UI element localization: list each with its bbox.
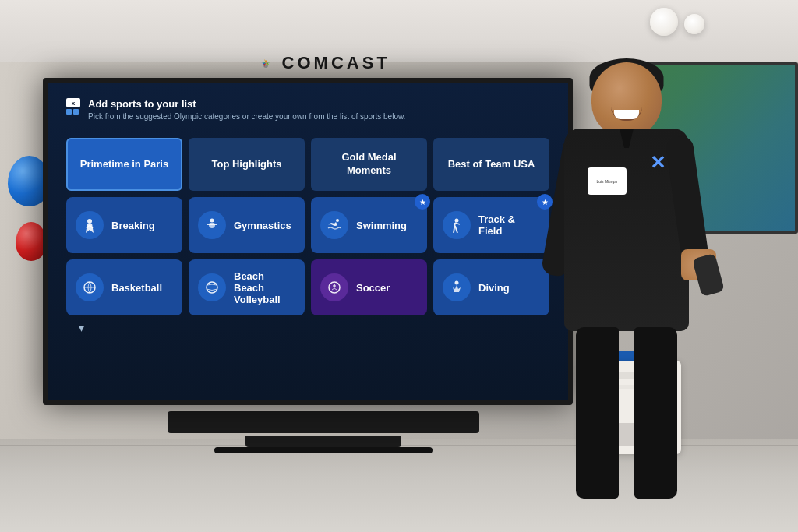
soccer-label: Soccer [356, 282, 390, 294]
light-ball-small [684, 14, 704, 34]
svg-point-2 [210, 219, 214, 223]
swimming-label: Swimming [356, 220, 407, 231]
category-tiles-row: Primetime in Paris Top Highlights Gold M… [66, 138, 549, 191]
tile-swimming[interactable]: Swimming ★ [311, 197, 427, 253]
sports-tiles-row2: Basketball Beach Beach Volleyball [66, 259, 549, 315]
volleyball-label: Beach Volleyball [234, 282, 295, 305]
tv-header-subtitle: Pick from the suggested Olympic categori… [88, 112, 549, 121]
svg-marker-8 [333, 284, 336, 288]
xfinity-dots [66, 109, 80, 115]
tile-gymnastics[interactable]: Gymnastics [189, 197, 305, 253]
swimming-star: ★ [415, 194, 430, 210]
tile-primetime-in-paris[interactable]: Primetime in Paris [66, 138, 182, 191]
soccer-icon [320, 273, 348, 301]
tile-top-highlights[interactable]: Top Highlights [189, 138, 305, 191]
volleyball-name-block: Beach Beach Volleyball [234, 270, 295, 305]
sports-tiles-row1: Breaking Gymnastics Swimming ★ [66, 197, 549, 253]
person-head [591, 62, 662, 136]
tv-inner: x Add sports to your list Pick from the … [48, 83, 568, 400]
soundbar [168, 411, 479, 433]
shirt-collar [615, 129, 638, 148]
tile-soccer[interactable]: Soccer [311, 259, 427, 315]
scene: COMCAST x Add sports to your list [0, 0, 798, 532]
tv-header-title: Add sports to your list [88, 98, 549, 110]
chevron-row: ▾ [66, 322, 549, 334]
tv-stand-base [214, 447, 433, 453]
tile-gold-medal-moments[interactable]: Gold Medal Moments [311, 138, 427, 191]
gymnastics-icon [198, 211, 226, 239]
svg-point-6 [207, 282, 217, 293]
remote[interactable] [692, 253, 725, 297]
svg-point-9 [455, 281, 459, 285]
light-fixture [650, 8, 704, 36]
diving-icon [443, 273, 471, 301]
header-text: Add sports to your list Pick from the su… [88, 98, 549, 121]
svg-point-1 [87, 219, 92, 224]
tile-basketball[interactable]: Basketball [66, 259, 182, 315]
chevron-down-icon[interactable]: ▾ [79, 322, 84, 334]
tile-breaking[interactable]: Breaking [66, 197, 182, 253]
name-badge: Luis Mitngar [588, 167, 627, 195]
tile-beach-volleyball[interactable]: Beach Beach Volleyball [189, 259, 305, 315]
volleyball-icon [198, 273, 226, 301]
nbc-peacock-icon [256, 58, 275, 73]
gymnastics-label: Gymnastics [234, 220, 291, 231]
svg-point-3 [336, 219, 339, 222]
light-ball-large [650, 8, 678, 36]
person: ✕ Luis Mitngar [502, 62, 751, 506]
person-leg-right [634, 327, 677, 499]
balloon-red [16, 222, 47, 261]
tv-stand-leg [245, 436, 401, 447]
basketball-label: Basketball [111, 282, 162, 294]
basketball-icon [76, 273, 104, 301]
swimming-icon [320, 211, 348, 239]
tv-screen: x Add sports to your list Pick from the … [43, 78, 573, 405]
breaking-label: Breaking [111, 220, 155, 231]
person-leg-left [576, 327, 619, 499]
tv-header: x Add sports to your list Pick from the … [66, 98, 549, 121]
person-figure: ✕ Luis Mitngar [502, 62, 751, 506]
xfinity-x-icon: x [66, 98, 80, 107]
track-icon [443, 211, 471, 239]
breaking-icon [76, 211, 104, 239]
svg-point-4 [455, 219, 459, 223]
comcast-brand: COMCAST [282, 53, 390, 72]
person-legs [576, 327, 677, 499]
